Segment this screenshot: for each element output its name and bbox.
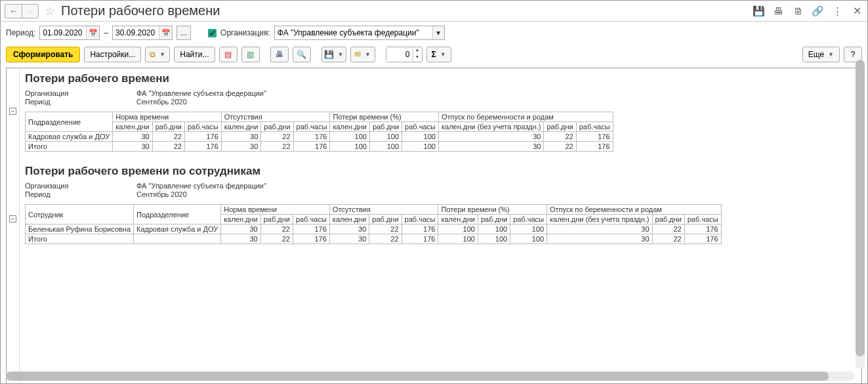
collapse-toggle[interactable]: − (9, 215, 16, 223)
col-sub: кален.дни (329, 215, 369, 224)
close-icon[interactable]: ✕ (850, 5, 863, 18)
col-header: Отсутствия (221, 112, 330, 122)
report2-org-label: Организация (25, 182, 136, 190)
link-icon[interactable]: 🔗 (811, 5, 824, 18)
col-sub: раб.часы (402, 215, 438, 224)
collapse-toggle[interactable]: − (9, 108, 16, 115)
date-from-input[interactable] (40, 26, 86, 39)
report2-period-label: Период (25, 190, 136, 198)
forward-button[interactable]: → (22, 4, 39, 18)
expand-groups-button[interactable]: ▤ (219, 47, 238, 62)
table-row: Кадровая служба и ДОУ 30 22 176 30 22 17… (26, 132, 613, 142)
col-sub: кален.дни (221, 215, 260, 224)
col-sub: кален.дни (без учета праздн.) (438, 122, 544, 132)
col-sub: раб.дни (478, 215, 510, 224)
org-checkbox[interactable]: Организация: (205, 27, 270, 39)
org-input[interactable] (275, 26, 432, 39)
horizontal-scrollbar[interactable] (6, 372, 854, 381)
date-to-field[interactable]: 📅 (112, 26, 173, 40)
more-menu-icon[interactable]: ⋮ (831, 5, 844, 18)
level-spinner[interactable]: ▲▼ (386, 47, 423, 62)
col-sub: раб.часы (510, 215, 547, 224)
back-button[interactable]: ← (5, 4, 22, 18)
print-icon[interactable]: 🖶 (772, 5, 785, 18)
table-row: Беленькая Руфина Борисовна Кадровая служ… (26, 224, 722, 234)
col-header: Сотрудник (26, 205, 134, 224)
report1-org-value: ФА "Управление субъекта федерации" (136, 89, 266, 97)
report1-table: Подразделение Норма времени Отсутствия П… (25, 112, 613, 152)
level-input[interactable] (386, 47, 413, 62)
report2-period-value: Сентябрь 2020 (136, 190, 187, 198)
col-header: Отпуск по беременности и родам (547, 205, 722, 215)
table-row-total: Итого 30 22 176 30 22 176 100 100 100 30… (26, 234, 722, 244)
report1-org-label: Организация (25, 89, 136, 97)
col-sub: раб.дни (369, 122, 402, 132)
col-header: Подразделение (26, 112, 113, 132)
send-menu-button[interactable]: ✉▼ (350, 47, 375, 62)
col-sub: раб.дни (152, 122, 184, 132)
report-area: − − Потери рабочего времени ОрганизацияФ… (6, 68, 862, 384)
col-sub: раб.дни (261, 122, 293, 132)
report2-table: Сотрудник Подразделение Норма времени От… (25, 204, 722, 244)
period-picker-button[interactable]: ... (176, 26, 191, 40)
col-sub: раб.дни (652, 215, 684, 224)
col-sub: кален.дни (438, 215, 478, 224)
more-button[interactable]: Еще▼ (802, 47, 840, 62)
sum-menu-button[interactable]: Σ▼ (426, 47, 451, 62)
col-header: Отпуск по беременности и родам (438, 112, 613, 122)
org-select[interactable]: ▾ (274, 26, 445, 40)
date-dash: – (104, 28, 108, 37)
col-header: Потери времени (%) (330, 112, 439, 122)
outline-column: − − (7, 68, 20, 384)
col-sub: раб.часы (684, 215, 721, 224)
date-from-field[interactable]: 📅 (39, 26, 100, 40)
variants-button[interactable]: ⧉▼ (145, 47, 170, 62)
col-sub: раб.дни (544, 122, 576, 132)
spin-up[interactable]: ▲ (413, 47, 422, 54)
col-header: Норма времени (113, 112, 222, 122)
favorite-star-icon[interactable]: ☆ (43, 4, 57, 18)
filter-bar: Период: 📅 – 📅 ... Организация: ▾ (1, 22, 867, 44)
preview-icon[interactable]: 🗎 (791, 5, 804, 18)
report1-title: Потери рабочего времени (25, 72, 856, 85)
col-sub: кален.дни (221, 122, 260, 132)
dropdown-icon[interactable]: ▾ (432, 26, 444, 39)
spin-down[interactable]: ▼ (413, 54, 422, 62)
org-label: Организация: (220, 28, 270, 37)
col-header: Отсутствия (329, 205, 438, 215)
col-sub: раб.часы (576, 122, 613, 132)
org-checkbox-input[interactable] (208, 29, 217, 37)
col-sub: кален.дни (113, 122, 152, 132)
col-header: Подразделение (134, 205, 221, 224)
col-header: Норма времени (221, 205, 330, 215)
collapse-groups-button[interactable]: ▥ (241, 47, 260, 62)
col-sub: раб.часы (184, 122, 221, 132)
report2-title: Потери рабочего времени по сотрудникам (25, 165, 856, 178)
col-sub: раб.дни (369, 215, 402, 224)
col-sub: раб.дни (260, 215, 293, 224)
table-row-total: Итого 30 22 176 30 22 176 100 100 100 30… (26, 142, 613, 152)
report1-period-label: Период (25, 98, 136, 106)
date-to-input[interactable] (113, 26, 159, 39)
col-header: Потери времени (%) (438, 205, 547, 215)
col-sub: раб.часы (293, 122, 330, 132)
settings-button[interactable]: Настройки... (84, 47, 141, 62)
col-sub: раб.часы (293, 215, 329, 224)
calendar-icon[interactable]: 📅 (159, 26, 172, 39)
print-button[interactable]: 🖶 (270, 47, 289, 62)
col-sub: кален.дни (330, 122, 369, 132)
page-title: Потери рабочего времени (61, 3, 220, 18)
save-menu-button[interactable]: 💾▼ (321, 47, 346, 62)
calendar-icon[interactable]: 📅 (86, 26, 99, 39)
title-bar: ← → ☆ Потери рабочего времени 💾 🖶 🗎 🔗 ⋮ … (1, 1, 867, 22)
find-button[interactable]: Найти... (174, 47, 215, 62)
report1-period-value: Сентябрь 2020 (136, 98, 187, 106)
report2-org-value: ФА "Управление субъекта федерации" (136, 182, 266, 190)
form-button[interactable]: Сформировать (6, 47, 80, 62)
preview-button[interactable]: 🔍 (293, 47, 311, 62)
col-sub: кален.дни (без учета праздн.) (547, 215, 653, 224)
save-icon[interactable]: 💾 (752, 5, 765, 18)
period-label: Период: (6, 28, 35, 37)
col-sub: раб.часы (402, 122, 439, 132)
vertical-scrollbar[interactable] (856, 60, 865, 369)
